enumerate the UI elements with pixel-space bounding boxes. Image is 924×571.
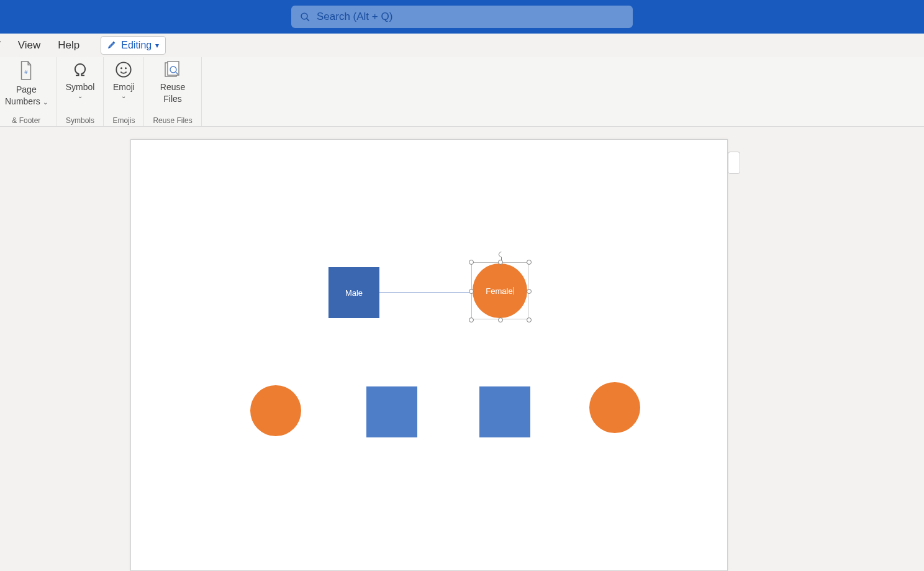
resize-handle-sw[interactable] [469, 317, 474, 322]
chevron-down-icon: ▾ [155, 41, 159, 50]
shape-female-circle[interactable]: Female [473, 263, 527, 318]
shape-circle-1[interactable] [250, 385, 301, 436]
page-numbers-label-2: Numbers [5, 96, 40, 106]
shape-square-1[interactable] [366, 386, 417, 437]
page-numbers-label-1: Page [16, 85, 37, 94]
search-box[interactable] [291, 6, 633, 28]
ribbon-group-reuse-files: Reuse Files Reuse Files [144, 57, 201, 126]
tab-view[interactable]: View [18, 39, 41, 52]
emoji-button[interactable]: Emoji ⌄ [113, 61, 135, 100]
shape-circle-2[interactable] [589, 382, 640, 433]
text-cursor [514, 287, 514, 295]
svg-line-1 [307, 18, 309, 21]
chevron-down-icon: ⌄ [43, 99, 48, 106]
svg-point-0 [301, 13, 307, 19]
layout-options-button[interactable] [728, 152, 740, 174]
ribbon-group-label-symbols: Symbols [66, 116, 94, 125]
editing-mode-label: Editing [121, 40, 152, 51]
ribbon-group-label-footer: & Footer [12, 116, 40, 125]
reuse-files-button[interactable]: Reuse Files [160, 61, 185, 104]
shape-female-label: Female [486, 286, 512, 296]
editing-mode-button[interactable]: Editing ▾ [101, 36, 166, 55]
shape-male-rect[interactable]: Male [328, 267, 379, 318]
symbol-button[interactable]: Symbol ⌄ [66, 61, 95, 100]
ribbon-group-label-emojis: Emojis [112, 116, 135, 125]
chevron-down-icon: ⌄ [78, 93, 83, 100]
page-numbers-button[interactable]: # Page Numbers ⌄ [5, 61, 48, 106]
reuse-files-icon [163, 61, 182, 80]
page-icon: # [18, 61, 34, 83]
symbol-label: Symbol [66, 82, 95, 92]
rotation-handle[interactable] [497, 252, 506, 264]
search-icon [300, 12, 310, 22]
shape-square-2[interactable] [479, 386, 530, 437]
chevron-down-icon: ⌄ [121, 93, 126, 100]
smile-icon [115, 61, 132, 80]
tab-help[interactable]: Help [58, 39, 79, 52]
resize-handle-ne[interactable] [527, 260, 532, 265]
reuse-files-label-1: Reuse [160, 82, 185, 92]
ribbon-group-emojis: Emoji ⌄ Emojis [104, 57, 144, 126]
omega-icon [71, 61, 89, 80]
search-input[interactable] [317, 11, 624, 23]
svg-point-4 [121, 68, 122, 68]
ribbon-group-symbols: Symbol ⌄ Symbols [57, 57, 104, 126]
svg-text:#: # [25, 68, 29, 75]
tab-partial[interactable]: / [0, 39, 1, 52]
svg-point-3 [117, 62, 131, 76]
pen-icon [107, 39, 117, 52]
ribbon: # Page Numbers ⌄ & Footer Symbol ⌄ Symbo… [0, 57, 924, 127]
ribbon-group-label-reuse: Reuse Files [153, 116, 192, 125]
title-bar [0, 0, 924, 34]
reuse-files-label-2: Files [163, 94, 182, 104]
resize-handle-s[interactable] [498, 317, 503, 322]
connector-line[interactable] [379, 292, 473, 293]
menu-bar: / View Help Editing ▾ [0, 34, 924, 57]
shape-male-label: Male [345, 288, 363, 298]
page-canvas[interactable]: Male Female [130, 139, 728, 571]
document-area: Male Female [0, 127, 924, 571]
resize-handle-se[interactable] [527, 317, 532, 322]
ribbon-group-footer: # Page Numbers ⌄ & Footer [0, 57, 57, 126]
resize-handle-nw[interactable] [469, 260, 474, 265]
svg-point-5 [125, 68, 126, 68]
emoji-label: Emoji [113, 82, 135, 92]
resize-handle-e[interactable] [527, 289, 532, 294]
